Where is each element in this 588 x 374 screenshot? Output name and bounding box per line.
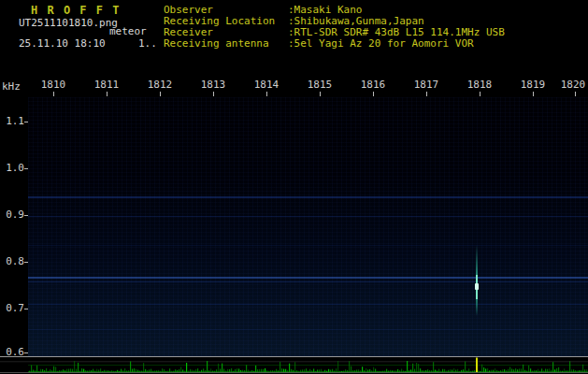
time-axis-tick <box>320 92 321 96</box>
time-axis-tick <box>575 92 576 96</box>
station-name: meteor <box>109 26 147 37</box>
observation-datetime: 25.11.10 18:10 <box>19 38 106 50</box>
time-tick-label: 1810 <box>38 79 68 91</box>
freq-axis-unit: kHz <box>2 81 21 93</box>
time-axis-tick <box>160 92 161 96</box>
output-filename: UT2511101810.png <box>19 18 118 29</box>
time-axis-tick <box>480 92 480 96</box>
time-axis-tick <box>426 92 427 96</box>
carrier-line <box>28 245 588 246</box>
time-tick-label: 1820 <box>558 79 588 91</box>
time-tick-label: 1812 <box>145 79 175 91</box>
time-axis-tick <box>373 92 374 96</box>
carrier-line <box>28 304 588 305</box>
time-axis-tick <box>53 92 54 96</box>
time-tick-label: 1814 <box>251 79 281 91</box>
meteor-echo-hotspot <box>475 283 479 290</box>
freq-tick-label: 0.8 <box>0 256 24 267</box>
time-axis-tick <box>266 92 267 96</box>
hrofft-screen: H R O F F T UT2511101810.png meteor 25.1… <box>0 0 588 374</box>
time-tick-label: 1816 <box>358 79 388 91</box>
time-tick-label: 1815 <box>305 79 335 91</box>
time-axis-tick <box>533 92 534 96</box>
time-axis-tick <box>213 92 214 96</box>
time-tick-label: 1811 <box>92 79 122 91</box>
carrier-line <box>28 329 588 330</box>
freq-tick-label: 1.1 <box>0 116 24 127</box>
page-counter: 1.. <box>138 38 157 50</box>
freq-tick-label: 0.7 <box>0 303 24 314</box>
time-tick-label: 1819 <box>518 79 548 91</box>
info-label-antenna: Receiving antenna <box>164 38 269 50</box>
carrier-line <box>28 196 588 198</box>
freq-tick-label: 1.0 <box>0 163 24 174</box>
time-tick-label: 1813 <box>198 79 228 91</box>
carrier-line <box>28 277 588 279</box>
carrier-line <box>28 216 588 217</box>
time-axis-tick <box>107 92 108 96</box>
freq-tick-label: 0.9 <box>0 209 24 221</box>
spectrogram <box>28 97 588 356</box>
time-tick-label: 1817 <box>411 79 441 91</box>
carrier-line <box>28 281 588 282</box>
time-tick-label: 1818 <box>465 79 495 91</box>
signal-level-trace <box>0 357 588 373</box>
app-title: H R O F F T <box>31 5 121 16</box>
info-value-antenna: :5el Yagi Az 20 for Aomori VOR <box>288 38 474 50</box>
